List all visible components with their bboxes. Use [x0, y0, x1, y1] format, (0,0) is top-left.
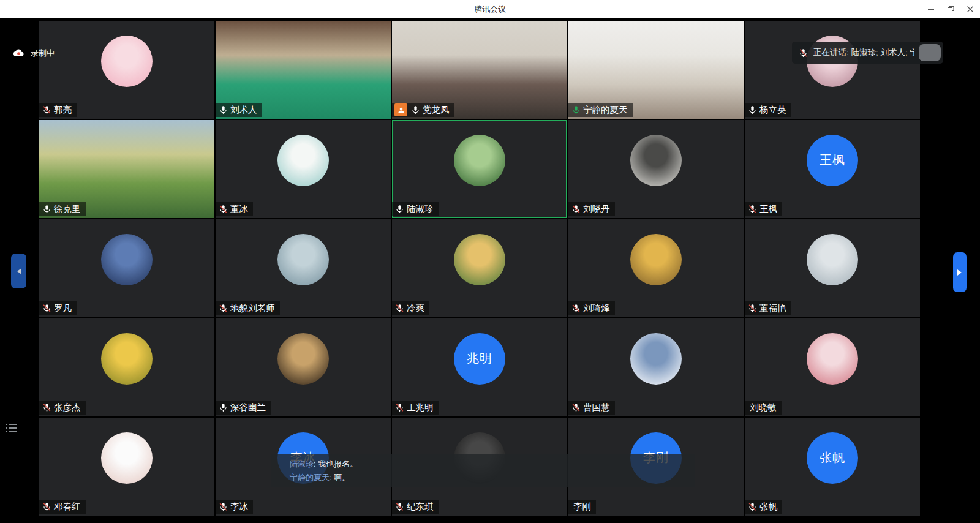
- participant-tile[interactable]: 张彦杰: [39, 318, 214, 416]
- host-badge: [394, 103, 407, 116]
- participant-tile[interactable]: 曹国慧: [568, 318, 744, 416]
- participant-tile[interactable]: 杨立英: [745, 21, 920, 119]
- muted-mic-icon: [42, 105, 52, 115]
- participant-name: 王兆明: [407, 402, 434, 413]
- participant-name: 徐克里: [54, 203, 81, 215]
- participant-name-label: 董福艳: [745, 301, 791, 315]
- participant-tile[interactable]: 罗凡: [39, 219, 214, 317]
- participant-name-label: 杨立英: [745, 103, 791, 117]
- participant-tile[interactable]: 陆淑珍: [392, 120, 567, 218]
- avatar: [630, 135, 682, 186]
- participant-tile[interactable]: 张帆 张帆: [745, 418, 920, 516]
- participant-name: 冷爽: [407, 303, 424, 314]
- recording-indicator[interactable]: 录制中: [12, 47, 55, 59]
- chat-message: 宁静的夏天: 啊。: [290, 471, 695, 484]
- minimize-icon: [927, 6, 935, 13]
- participant-name-label: 纪东琪: [392, 500, 439, 514]
- participant-name-label: 刘术人: [216, 103, 262, 117]
- participant-name: 李刚: [573, 501, 591, 513]
- participant-name-label: 徐克里: [39, 202, 86, 216]
- participant-name: 郭亮: [54, 104, 72, 116]
- participant-tile[interactable]: 刘晓丹: [568, 120, 744, 218]
- participant-name: 邓春红: [54, 501, 81, 513]
- list-icon: [4, 421, 19, 435]
- participant-name: 董冰: [230, 203, 248, 215]
- prev-page-button[interactable]: [11, 254, 26, 288]
- participant-name: 王枫: [760, 203, 777, 215]
- participant-name-label: 张彦杰: [39, 401, 86, 415]
- participant-tile[interactable]: 冷爽: [392, 219, 567, 317]
- participant-name-label: 宁静的夏天: [568, 103, 633, 117]
- muted-mic-icon: [571, 303, 581, 314]
- participant-name: 罗凡: [54, 303, 72, 314]
- participant-tile[interactable]: 刘晓敏: [745, 318, 920, 416]
- chat-text: : 啊。: [330, 473, 350, 482]
- participant-tile[interactable]: 邓春红: [39, 418, 214, 516]
- banner-hover-button[interactable]: [919, 44, 941, 61]
- avatar: [454, 135, 505, 186]
- participant-tile[interactable]: 徐克里: [39, 120, 214, 218]
- participant-name-label: 李冰: [216, 500, 253, 514]
- muted-mic-icon: [798, 48, 809, 58]
- participant-name-label: 深谷幽兰: [216, 401, 271, 415]
- participant-tile[interactable]: 刘琦烽: [568, 219, 744, 317]
- muted-mic-icon: [42, 402, 52, 413]
- participant-tile[interactable]: 兆明 王兆明: [392, 318, 567, 416]
- meeting-stage: 郭亮 刘术人 党龙凤 宁静的夏天 杨立英 徐克里 董冰 陆淑珍 刘晓丹王枫 王枫…: [0, 18, 980, 523]
- mic-icon: [747, 105, 758, 115]
- chevron-right-icon: [957, 269, 963, 276]
- host-person-icon: [397, 106, 405, 115]
- muted-mic-icon: [394, 502, 405, 512]
- participant-name: 陆淑珍: [407, 203, 434, 215]
- muted-mic-icon: [42, 303, 52, 314]
- chat-sender: 陆淑珍: [290, 459, 314, 468]
- avatar: [807, 333, 858, 385]
- muted-mic-icon: [747, 303, 758, 314]
- participant-name-label: 刘琦烽: [568, 301, 615, 315]
- minimize-button[interactable]: [921, 0, 941, 18]
- window-controls: [921, 0, 980, 18]
- avatar: [277, 135, 329, 186]
- participant-name-label: 刘晓敏: [745, 401, 782, 415]
- avatar: 兆明: [454, 333, 505, 385]
- participant-tile[interactable]: 党龙凤: [392, 21, 567, 119]
- avatar: [277, 333, 329, 385]
- participant-name: 刘晓敏: [750, 402, 777, 413]
- close-button[interactable]: [960, 0, 980, 18]
- participant-tile[interactable]: 王枫 王枫: [745, 120, 920, 218]
- chat-text: : 我也报名。: [314, 459, 358, 468]
- muted-mic-icon: [798, 48, 809, 58]
- avatar: [277, 234, 329, 285]
- participant-name: 曹国慧: [583, 402, 610, 413]
- avatar: 张帆: [807, 432, 858, 484]
- participant-tile[interactable]: 刘术人: [216, 21, 391, 119]
- video-grid: 郭亮 刘术人 党龙凤 宁静的夏天 杨立英 徐克里 董冰 陆淑珍 刘晓丹王枫 王枫…: [39, 21, 920, 516]
- next-page-button[interactable]: [953, 252, 967, 292]
- chat-overlay: 陆淑珍: 我也报名。宁静的夏天: 啊。: [271, 454, 695, 487]
- participant-name: 李冰: [230, 501, 248, 513]
- avatar: [630, 333, 682, 385]
- mic-icon: [394, 204, 405, 214]
- participant-tile[interactable]: 董冰: [216, 120, 391, 218]
- participant-name-label: 邓春红: [39, 500, 86, 514]
- participant-tile[interactable]: 宁静的夏天: [568, 21, 744, 119]
- muted-mic-icon: [747, 204, 758, 214]
- avatar-initials: 兆明: [467, 350, 492, 367]
- participant-name-label: 地貌刘老师: [216, 301, 280, 315]
- participant-name: 董福艳: [760, 303, 786, 314]
- cloud-recording-icon: [12, 47, 25, 59]
- participant-tile[interactable]: 深谷幽兰: [216, 318, 391, 416]
- avatar: 王枫: [807, 135, 858, 186]
- chevron-left-icon: [16, 268, 22, 275]
- participant-tile[interactable]: 董福艳: [745, 219, 920, 317]
- muted-mic-icon: [394, 402, 405, 413]
- window-title: 腾讯会议: [474, 4, 506, 15]
- recording-label: 录制中: [31, 48, 55, 59]
- participant-name: 刘琦烽: [583, 303, 610, 314]
- participant-name-label: 党龙凤: [392, 103, 454, 117]
- member-list-button[interactable]: [4, 420, 20, 436]
- muted-mic-icon: [394, 303, 405, 314]
- participant-tile[interactable]: 地貌刘老师: [216, 219, 391, 317]
- participant-tile[interactable]: 郭亮: [39, 21, 214, 119]
- maximize-restore-button[interactable]: [941, 0, 960, 18]
